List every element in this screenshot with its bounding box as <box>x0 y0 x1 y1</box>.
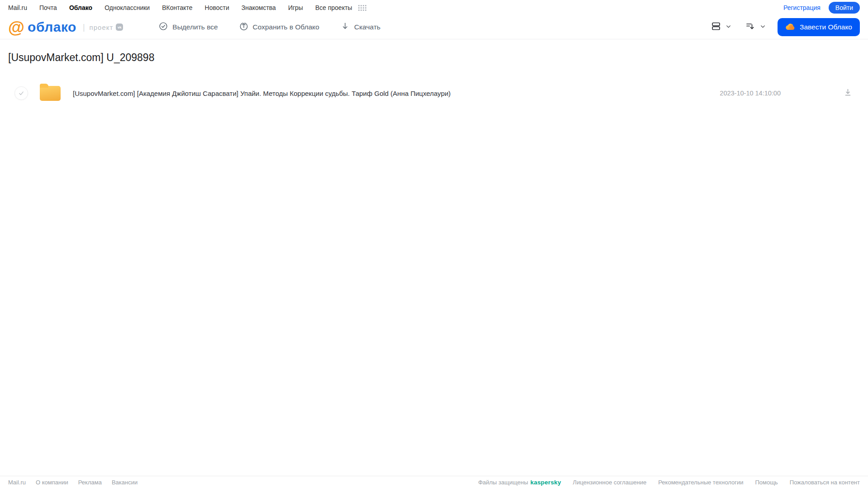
download-underline-icon <box>843 88 853 97</box>
footer-ads-link[interactable]: Реклама <box>78 479 102 486</box>
logo-divider: | <box>83 23 85 32</box>
footer-about-link[interactable]: О компании <box>36 479 68 486</box>
list-view-icon <box>711 21 721 33</box>
portal-nav: Mail.ru Почта Облако Одноклассники ВКонт… <box>8 4 366 11</box>
file-name[interactable]: [UsupovMarket.com] [Академия Джйотиш Сар… <box>73 90 451 97</box>
antivirus-note: Файлы защищены kaspersky <box>478 479 561 486</box>
chevron-down-icon <box>726 23 731 31</box>
view-controls <box>711 21 766 33</box>
footer-left-links: Mail.ru О компании Реклама Вакансии <box>8 479 138 486</box>
footer-help-link[interactable]: Помощь <box>755 479 778 486</box>
all-projects-grid-icon[interactable] <box>358 5 366 11</box>
sort-dropdown[interactable] <box>745 21 766 33</box>
cloud-upload-icon <box>239 21 249 33</box>
header: @ облако | проект vk Выделить все <box>0 15 868 39</box>
antivirus-note-text: Файлы защищены <box>478 479 528 486</box>
row-checkbox[interactable] <box>14 86 28 100</box>
chevron-down-icon <box>760 23 766 31</box>
save-to-cloud-button[interactable]: Сохранить в Облако <box>239 21 319 33</box>
file-modified-date: 2023-10-10 14:10:00 <box>720 90 781 97</box>
nav-pochta[interactable]: Почта <box>39 4 57 11</box>
logo-wordmark: облако <box>28 20 76 34</box>
file-row[interactable]: [UsupovMarket.com] [Академия Джйотиш Сар… <box>8 81 860 105</box>
top-utility-bar: Mail.ru Почта Облако Одноклассники ВКонт… <box>0 0 868 15</box>
check-icon <box>18 90 24 96</box>
select-all-button[interactable]: Выделить все <box>158 21 218 33</box>
nav-znakomstva[interactable]: Знакомства <box>242 4 276 11</box>
toolbar: Выделить все Сохранить в Облако Скачат <box>158 21 380 33</box>
nav-igry[interactable]: Игры <box>288 4 303 11</box>
mailru-at-icon: @ <box>8 19 24 36</box>
footer-recommendations-link[interactable]: Рекомендательные технологии <box>658 479 743 486</box>
create-cloud-label: Завести Облако <box>800 23 852 31</box>
sort-icon <box>745 21 756 33</box>
nav-odnoklassniki[interactable]: Одноклассники <box>104 4 150 11</box>
select-all-label: Выделить все <box>172 23 218 31</box>
nav-vkontakte[interactable]: ВКонтакте <box>162 4 192 11</box>
download-button[interactable]: Скачать <box>340 21 380 33</box>
save-to-cloud-label: Сохранить в Облако <box>253 23 319 31</box>
download-arrow-icon <box>340 21 350 33</box>
check-circle-icon <box>158 21 168 33</box>
login-button[interactable]: Войти <box>829 2 860 14</box>
footer-jobs-link[interactable]: Вакансии <box>112 479 138 486</box>
footer-right-links: Файлы защищены kaspersky Лицензионное со… <box>478 479 860 486</box>
main-content: [UsupovMarket.com] U_209898 [UsupovMarke… <box>0 39 868 476</box>
create-cloud-button[interactable]: Завести Облако <box>778 18 860 36</box>
vk-badge-icon: vk <box>116 24 123 31</box>
project-vk-label: проект <box>90 24 114 31</box>
footer-license-link[interactable]: Лицензионное соглашение <box>573 479 646 486</box>
page-title: [UsupovMarket.com] U_209898 <box>8 52 860 64</box>
nav-mailru[interactable]: Mail.ru <box>8 4 27 11</box>
cloud-logo[interactable]: @ облако | проект vk <box>8 19 123 36</box>
nav-novosti[interactable]: Новости <box>205 4 229 11</box>
footer: Mail.ru О компании Реклама Вакансии Файл… <box>0 476 868 488</box>
download-label: Скачать <box>354 23 380 31</box>
footer-report-link[interactable]: Пожаловаться на контент <box>790 479 860 486</box>
row-download-button[interactable] <box>843 88 853 99</box>
footer-mailru-link[interactable]: Mail.ru <box>8 479 26 486</box>
nav-all-projects[interactable]: Все проекты <box>315 4 352 11</box>
cloud-icon <box>785 23 796 32</box>
view-mode-dropdown[interactable] <box>711 21 731 33</box>
kaspersky-logo: kaspersky <box>531 479 561 486</box>
register-link[interactable]: Регистрация <box>783 4 821 11</box>
nav-oblako[interactable]: Облако <box>69 4 92 11</box>
folder-icon <box>40 86 61 101</box>
